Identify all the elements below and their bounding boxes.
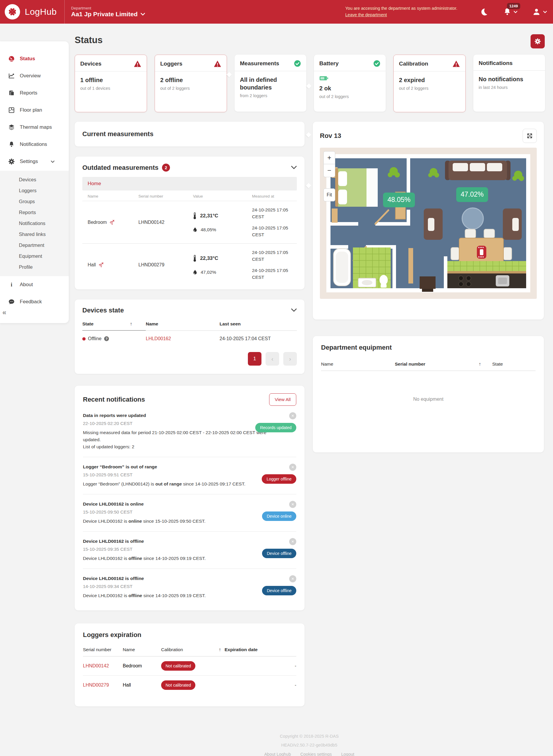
logger-serial-link[interactable]: LHND00142 [83,663,109,668]
card-title: Calibration [399,61,428,67]
view-all-button[interactable]: View All [269,393,296,406]
collapse-section-button[interactable] [291,308,297,313]
logger-serial: LHND00142 [138,220,193,225]
column-header-state[interactable]: State↑ [82,321,146,331]
close-icon[interactable]: ✕ [289,575,296,582]
pagination-page-1[interactable]: 1 [248,352,261,365]
notification-item: Data in reports were updated ✕ 22-10-202… [83,406,296,457]
moon-icon [480,8,488,16]
sidebar-item-floor-plan[interactable]: Floor plan [0,101,69,119]
department-switcher[interactable]: Department Aa1 Jp Private Limited [71,6,145,18]
notification-body: Logger “Bedroom” (LHND00142) is out of r… [83,480,276,488]
pagination-prev-button[interactable]: ‹ [265,352,279,365]
notifications-menu[interactable]: 1249 [503,8,518,16]
collapse-section-button[interactable] [291,165,297,170]
expand-floor-plan-button[interactable] [523,129,537,143]
measured-at: 24-10-2025 17:05 CEST [252,224,299,238]
expand-arrows-icon [527,133,533,139]
close-icon[interactable]: ✕ [289,412,296,419]
sidebar-subitem-devices[interactable]: Devices [0,174,69,185]
pagination-next-button[interactable]: › [283,352,297,365]
sidebar-subitem-notifications[interactable]: Notifications [0,218,69,229]
notification-title: Logger “Bedroom” is out of range [83,464,296,470]
column-header-state[interactable]: State [492,361,536,371]
card-battery[interactable]: Battery 2 okout of 2 loggers [314,55,386,112]
fit-button[interactable]: Fit [323,188,335,201]
column-header-serial[interactable]: Serial number [83,647,123,657]
leave-department-link[interactable]: Leave the department [345,12,387,17]
column-header-name[interactable]: Name [321,361,395,371]
expiration-date: - [219,663,296,669]
sidebar-subitem-shared-links[interactable]: Shared links [0,229,69,240]
sidebar-item-label: Status [20,56,35,62]
user-menu[interactable] [532,8,547,16]
zoom-out-button[interactable]: − [323,164,335,177]
sidebar-item-overview[interactable]: Overview [0,67,69,84]
zoom-in-button[interactable]: + [323,151,335,164]
sidebar-item-settings[interactable]: Settings [0,153,69,170]
close-icon[interactable]: ✕ [289,538,296,545]
column-header-serial[interactable]: Serial number↑ [395,361,492,371]
sidebar-subitem-loggers[interactable]: Loggers [0,185,69,196]
sidebar-subitem-profile[interactable]: Profile [0,262,69,273]
notification-badge: Device online [262,511,296,521]
logger-serial-link[interactable]: LHND00279 [83,682,109,687]
measurement-row[interactable]: Hall LHND00279 22,33°C 47,02% 24-10-2025… [82,243,297,286]
close-icon[interactable]: ✕ [289,464,296,471]
left-column: Current measurements Outdated measuremen… [75,122,305,706]
sidebar-subitem-equipment[interactable]: Equipment [0,251,69,262]
department-equipment-card: Department equipment Name Serial number↑… [313,336,544,453]
card-title: Measurements [240,60,279,67]
floor-plan-viewport[interactable]: + − Fit [320,148,537,299]
column-header-expiration[interactable]: ↑Expiration date [219,647,296,657]
dashboard-settings-button[interactable] [531,34,545,49]
card-subtext: out of 2 loggers [160,86,221,91]
sidebar-item-status[interactable]: Status [0,50,69,67]
column-header-calibration[interactable]: Calibration [161,647,219,657]
status-dashboard-page: LogHub Department Aa1 Jp Private Limited… [0,0,553,756]
card-devices[interactable]: Devices 1 offlineout of 1 devices [75,55,147,112]
sort-ascending-icon: ↑ [479,361,481,367]
help-circle-icon[interactable]: ? [104,336,109,341]
footer-link-logout[interactable]: Logout [341,752,354,756]
top-header-bar: LogHub Department Aa1 Jp Private Limited… [0,0,553,24]
temperature-value: 22,33°C [200,256,218,261]
device-name-link[interactable]: LHLD00162 [146,336,171,341]
chevron-down-icon [291,166,297,169]
card-loggers[interactable]: Loggers 2 offlineout of 2 loggers [155,55,227,112]
measurement-row[interactable]: Bedroom LHND00142 22,31°C 48,05% 24-10-2… [82,201,297,243]
card-notifications[interactable]: Notifications No notificationsin last 24… [473,55,545,112]
sidebar-subitem-reports[interactable]: Reports [0,207,69,218]
footer-link-cookies[interactable]: Cookies settings [300,752,332,756]
dark-mode-toggle[interactable] [480,8,488,16]
sidebar-item-notifications[interactable]: Notifications [0,136,69,153]
loghub-logo[interactable]: LogHub [5,4,57,19]
thermometer-icon [193,255,196,262]
card-value: 1 offline [80,76,141,84]
floor-plan-card: Rov 13 + − Fit [313,122,544,320]
sidebar-item-thermal-maps[interactable]: Thermal maps [0,119,69,136]
footer: Copyright © 2018-2025 R-DAS HEAD/v2.50.7… [75,732,544,756]
sidebar-collapse-button[interactable]: « [2,308,6,317]
sidebar-item-reports[interactable]: Reports [0,84,69,101]
sidebar-item-label: Settings [20,158,38,164]
card-measurements[interactable]: Measurements All in defined boundariesfr… [235,55,306,112]
column-header-name[interactable]: Name [146,321,220,331]
column-header-last-seen[interactable]: Last seen [220,321,297,331]
sidebar-item-about[interactable]: i About [0,276,69,293]
floor-badge-bedroom-humidity: 48.05% [387,196,410,203]
sidebar-item-feedback[interactable]: Feedback [0,293,69,311]
card-calibration[interactable]: Calibration 2 expiredout of 2 loggers [393,55,466,112]
sidebar-item-label: Feedback [20,299,42,305]
notification-item: Logger “Bedroom” is out of range ✕ 15-10… [83,457,296,494]
close-icon[interactable]: ✕ [289,501,296,508]
footer-link-about[interactable]: About Loghub [264,752,291,756]
expiration-date: - [219,682,296,688]
recent-notifications-card: Recent notifications View All Data in re… [75,386,305,610]
notification-item: Device LHLD00162 is offline ✕ 14-10-2025… [83,569,296,606]
sidebar-subitem-groups[interactable]: Groups [0,196,69,207]
group-header-home[interactable]: Home [82,177,297,191]
logger-name: Hall [88,262,96,268]
column-header-name[interactable]: Name [123,647,161,657]
sidebar-subitem-department[interactable]: Department [0,240,69,251]
